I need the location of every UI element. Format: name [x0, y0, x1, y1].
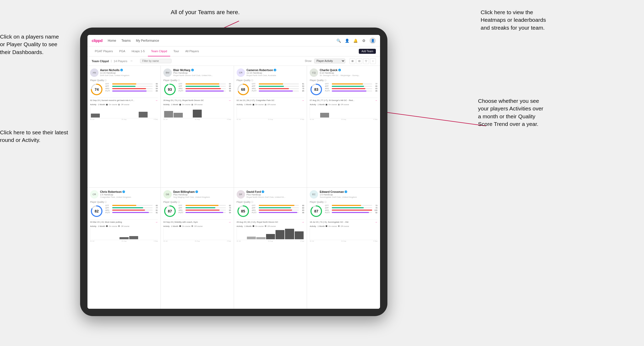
label-jul: 31 Jul	[237, 240, 241, 242]
player-name[interactable]: Dave Billingham ✓	[173, 190, 231, 193]
quality-ring[interactable]: 93	[163, 83, 176, 96]
player-name[interactable]: Charlie Quick ✓	[320, 68, 377, 72]
tab-team-clippd[interactable]: Team Clippd	[148, 46, 170, 56]
quality-label: Player Quality ⓘ	[163, 201, 231, 204]
tab-pga[interactable]: PGA	[116, 46, 128, 56]
round-text: 02 Jul 23 | 59 (+17), Craigmillar Park G…	[237, 99, 275, 102]
latest-round[interactable]: 02 Sep 23 | Sunset round to get back int…	[90, 98, 158, 102]
label-aug: 21 Aug	[122, 119, 127, 120]
avatar-icon[interactable]: 👤	[370, 38, 376, 44]
quality-ring[interactable]: 85	[237, 205, 250, 218]
quality-ring[interactable]: 74	[90, 83, 103, 96]
activity-legend: Activity · 1 Month On course Off course	[237, 103, 304, 106]
quality-ring[interactable]: 87	[163, 205, 176, 218]
tab-hcaps[interactable]: Hcaps 1-5	[128, 46, 148, 56]
quality-ring[interactable]: 83	[310, 83, 323, 96]
on-course-label: On course	[109, 225, 117, 227]
player-info: Dave Billingham ✓ Plus Handicap Sog Magi…	[173, 190, 231, 198]
quality-score: 93	[168, 87, 172, 92]
chart-labels: 31 Jul 21 Aug 4 Sep	[237, 240, 304, 242]
label-aug: 21 Aug	[122, 240, 127, 242]
player-info: Edward Crossman ✓ 1:5 Handicap Sunningda…	[320, 190, 377, 198]
player-name[interactable]: Aaron Nicholls ✓	[100, 68, 158, 72]
tab-all-players[interactable]: All Players	[182, 46, 202, 56]
list-view-icon[interactable]: ⊟	[356, 58, 362, 64]
player-card[interactable]: CR Chris Robertson ✓ 1:5 Handicap Craigm…	[87, 188, 160, 309]
latest-round[interactable]: 04 Sep 23 | Mobility with coach, Gym →	[163, 219, 231, 223]
off-course-dot	[191, 225, 193, 227]
round-text: 03 Mar 23 | 19, Must make putting	[90, 221, 122, 223]
stats-bars: OTT 60 APP 77 ARG	[105, 205, 158, 218]
latest-round[interactable]: 03 Mar 23 | 19, Must make putting →	[90, 219, 158, 223]
label-jul: 31 Jul	[163, 240, 168, 242]
player-card[interactable]: DF David Ford ✓ Plus Handicap Royal Nort…	[234, 188, 307, 309]
round-text: 07 Aug 23 | 77 (+7), St George's Hill GC…	[310, 99, 355, 102]
player-name[interactable]: Chris Robertson ✓	[100, 190, 158, 193]
verified-badge: ✓	[262, 190, 264, 193]
stat-row: ARG 85	[179, 209, 231, 211]
off-course-label: Off course	[267, 104, 276, 105]
chart-area	[310, 107, 377, 118]
latest-round[interactable]: 18 Jul 23 | 74 (+4), Sunningdale GC - Ol…	[310, 219, 377, 223]
player-card[interactable]: CQ Charlie Quick ✓ 6:10 Handicap St. Geo…	[307, 66, 380, 187]
round-arrow: →	[375, 99, 377, 102]
quality-ring[interactable]: 82	[90, 205, 103, 218]
player-name-text: Click on a players nameor Player Quality…	[0, 34, 59, 55]
filter-icon[interactable]: ▽	[363, 58, 369, 64]
player-name[interactable]: Edward Crossman ✓	[320, 190, 377, 193]
activity-section: Activity · 1 Month On course Off course …	[90, 103, 158, 120]
nav-my-performance[interactable]: My Performance	[136, 39, 159, 42]
off-course-dot	[118, 225, 120, 227]
filter-input[interactable]	[140, 59, 172, 63]
search-icon[interactable]: 🔍	[336, 38, 341, 43]
nav-teams[interactable]: Teams	[121, 39, 131, 42]
latest-round[interactable]: 07 Aug 23 | 77 (+7), St George's Hill GC…	[310, 98, 377, 102]
player-card[interactable]: BM Blair McHarg ✓ Plus Handicap Royal No…	[161, 66, 234, 187]
player-info: Chris Robertson ✓ 1:5 Handicap Craigmill…	[100, 190, 158, 198]
latest-round[interactable]: 26 Aug 23 | 73 (+1), Royal North Devon G…	[163, 98, 231, 102]
on-course-label: On course	[182, 225, 190, 227]
latest-round-annotation: Click here to see their latestround or A…	[0, 129, 68, 144]
nav-logo: clippd	[92, 38, 102, 43]
round-arrow: →	[302, 221, 304, 223]
player-card[interactable]: DB Dave Billingham ✓ Plus Handicap Sog M…	[161, 188, 234, 309]
sort-icon[interactable]: ↕	[370, 58, 376, 64]
player-club: Royal North Devon Golf Club, United Kil.…	[247, 196, 304, 198]
tab-pgat[interactable]: PGAT Players	[92, 46, 116, 56]
off-course-label: Off course	[121, 104, 129, 105]
grid-view-icon[interactable]: ⊞	[350, 58, 355, 64]
quality-ring[interactable]: 87	[310, 205, 323, 218]
player-card[interactable]: CR Cameron Robertson ✓ 11:15 Handicap Ro…	[234, 66, 307, 187]
player-name[interactable]: Cameron Robertson ✓	[247, 68, 304, 72]
latest-round[interactable]: 26 Aug 23 | 84 (+12), Royal North Devon …	[237, 219, 304, 223]
stat-row: PUTT 85	[105, 90, 158, 92]
label-jul: 31 Jul	[90, 240, 94, 242]
add-team-button[interactable]: Add Team	[359, 49, 376, 54]
chart-labels: 31 Jul 21 Aug 4 Sep	[90, 119, 158, 120]
stats-bars: OTT 60 APP 58 ARG	[105, 83, 158, 96]
activity-select[interactable]: Player Activity Quality Score Trend	[314, 58, 345, 63]
stats-bars: OTT 84 APP 85 ARG	[179, 83, 231, 96]
quality-ring[interactable]: 68	[237, 83, 250, 96]
label-sep: 4 Sep	[373, 240, 377, 242]
player-header: CR Chris Robertson ✓ 1:5 Handicap Craigm…	[90, 190, 158, 199]
latest-round[interactable]: 02 Jul 23 | 59 (+17), Craigmillar Park G…	[237, 98, 304, 102]
player-card[interactable]: AN Aaron Nicholls ✓ 11:15 Handicap Drift…	[87, 66, 160, 187]
nav-home[interactable]: Home	[108, 39, 116, 42]
player-name-annotation: Click on a players nameor Player Quality…	[0, 33, 59, 56]
on-course-dot	[326, 225, 327, 227]
off-course-dot	[265, 104, 266, 105]
player-card[interactable]: EC Edward Crossman ✓ 1:5 Handicap Sunnin…	[307, 188, 380, 309]
person-icon[interactable]: 👤	[344, 38, 350, 43]
stat-row: PUTT 94	[179, 212, 231, 214]
round-text: 26 Aug 23 | 73 (+1), Royal North Devon G…	[163, 99, 204, 102]
stats-bars: OTT 82 APP 74 ARG	[179, 205, 231, 218]
tab-tour[interactable]: Tour	[170, 46, 182, 56]
player-name[interactable]: Blair McHarg ✓	[173, 68, 231, 72]
stat-row: APP 63	[252, 85, 304, 87]
player-name[interactable]: David Ford ✓	[247, 190, 304, 193]
settings-icon[interactable]: ⚙	[361, 38, 366, 43]
stat-row: PUTT 95	[179, 90, 231, 92]
player-handicap: Plus Handicap	[247, 193, 304, 196]
bell-icon[interactable]: 🔔	[353, 38, 358, 43]
